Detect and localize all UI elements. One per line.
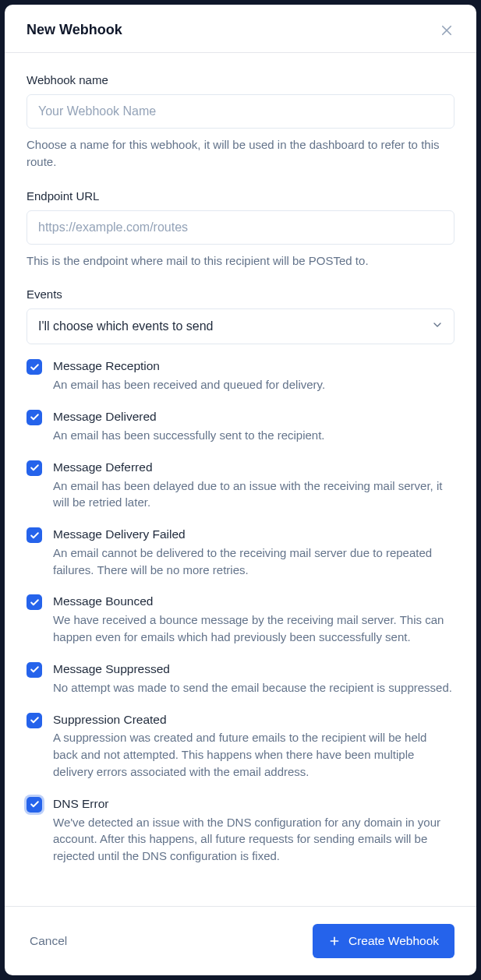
plus-icon [328,935,341,947]
modal-footer: Cancel Create Webhook [5,906,476,975]
event-text: Message ReceptionAn email has been recei… [53,358,454,393]
event-text: Message SuppressedNo attempt was made to… [53,661,454,696]
webhook-name-group: Webhook name Choose a name for this webh… [27,73,454,171]
event-title: Message Delivery Failed [53,527,454,543]
event-checkbox[interactable] [27,662,42,678]
modal-header: New Webhook [5,5,476,53]
event-checkbox[interactable] [27,410,42,425]
event-checkbox[interactable] [27,359,42,375]
event-title: Message Reception [53,358,454,375]
event-text: Message Delivery FailedAn email cannot b… [53,527,454,578]
modal-title: New Webhook [27,22,122,38]
event-item: Message Delivery FailedAn email cannot b… [27,527,454,578]
event-item: Message BouncedWe have received a bounce… [27,594,454,645]
event-text: Message DeliveredAn email has been succe… [53,409,454,444]
create-webhook-button[interactable]: Create Webhook [313,924,454,958]
webhook-name-helper: Choose a name for this webhook, it will … [27,136,454,171]
event-desc: An email has been delayed due to an issu… [53,478,454,512]
event-text: Suppression CreatedA suppression was cre… [53,712,454,781]
cancel-button[interactable]: Cancel [27,928,70,954]
event-desc: No attempt was made to send the email be… [53,679,454,696]
event-item: Suppression CreatedA suppression was cre… [27,712,454,781]
event-item: Message DeliveredAn email has been succe… [27,409,454,444]
event-title: Message Suppressed [53,661,454,678]
event-text: Message BouncedWe have received a bounce… [53,594,454,645]
events-label: Events [27,287,454,301]
event-desc: An email cannot be delivered to the rece… [53,545,454,579]
events-select-value: I'll choose which events to send [27,308,454,344]
modal-body: Webhook name Choose a name for this webh… [5,53,476,906]
event-title: DNS Error [53,796,454,813]
event-title: Message Deferred [53,460,454,476]
endpoint-url-label: Endpoint URL [27,189,454,203]
event-checkbox[interactable] [27,797,42,813]
event-title: Suppression Created [53,712,454,728]
endpoint-url-input[interactable] [27,210,454,245]
event-title: Message Delivered [53,409,454,425]
event-desc: A suppression was created and future ema… [53,729,454,780]
event-checkbox[interactable] [27,594,42,610]
events-list: Message ReceptionAn email has been recei… [27,358,454,865]
event-item: Message DeferredAn email has been delaye… [27,460,454,511]
event-desc: An email has been successfully sent to t… [53,427,454,444]
event-desc: We've detected an issue with the DNS con… [53,814,454,865]
event-item: Message SuppressedNo attempt was made to… [27,661,454,696]
close-icon[interactable] [439,23,454,38]
event-desc: An email has been received and queued fo… [53,376,454,393]
event-text: Message DeferredAn email has been delaye… [53,460,454,511]
event-checkbox[interactable] [27,460,42,476]
event-checkbox[interactable] [27,713,42,728]
endpoint-url-group: Endpoint URL This is the endpoint where … [27,189,454,270]
event-desc: We have received a bounce message by the… [53,612,454,646]
create-webhook-label: Create Webhook [348,934,439,948]
events-select[interactable]: I'll choose which events to send [27,308,454,344]
event-item: Message ReceptionAn email has been recei… [27,358,454,393]
endpoint-url-helper: This is the endpoint where mail to this … [27,252,454,270]
webhook-name-input[interactable] [27,94,454,129]
webhook-name-label: Webhook name [27,73,454,86]
event-checkbox[interactable] [27,527,42,543]
events-group: Events I'll choose which events to send … [27,287,454,865]
event-text: DNS ErrorWe've detected an issue with th… [53,796,454,865]
event-title: Message Bounced [53,594,454,610]
event-item: DNS ErrorWe've detected an issue with th… [27,796,454,865]
new-webhook-modal: New Webhook Webhook name Choose a name f… [5,5,476,975]
